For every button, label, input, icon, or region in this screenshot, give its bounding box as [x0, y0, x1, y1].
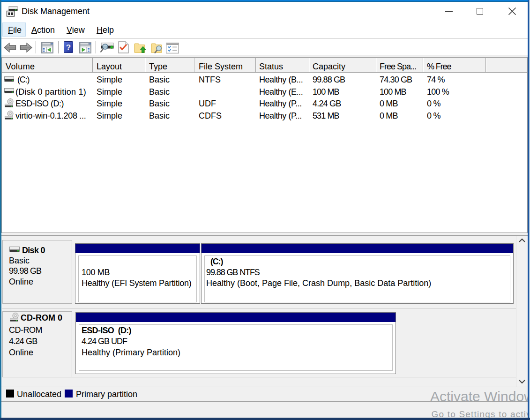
svg-text:?: ? — [66, 43, 71, 52]
